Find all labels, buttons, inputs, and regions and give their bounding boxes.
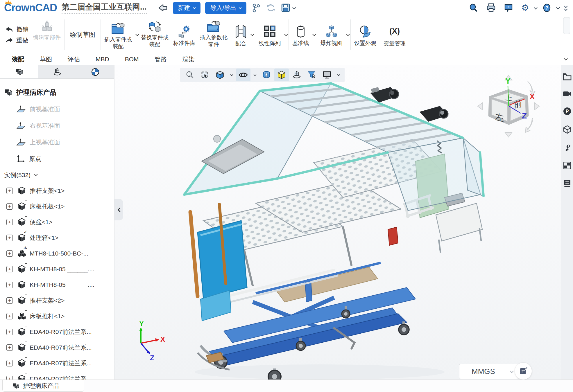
tab-assembly[interactable]: 装配	[4, 53, 32, 65]
mate-button[interactable]: 配合	[232, 23, 249, 47]
expand-icon[interactable]	[6, 329, 13, 335]
gear-icon[interactable]: ⚙	[521, 3, 529, 12]
sidebar-tab-display-states[interactable]	[76, 65, 114, 78]
tab-sketch[interactable]: 草图	[32, 53, 60, 65]
document-title[interactable]: 第二届全国工业互联网...	[62, 2, 147, 14]
appearance-display-tool[interactable]	[274, 69, 289, 81]
tree-item[interactable]: − 推杆支架<1>	[0, 183, 114, 199]
set-appearance-button[interactable]: 设置外观	[352, 18, 379, 52]
3d-viewport[interactable]: 上 左 前 Y X Z Y X Z	[114, 65, 561, 380]
expand-icon[interactable]	[6, 219, 13, 225]
help-chevron-icon[interactable]	[556, 6, 560, 9]
filter-tool[interactable]	[305, 69, 319, 81]
datum-line-chevron-icon[interactable]	[312, 33, 316, 36]
wrench-icon[interactable]	[563, 144, 571, 152]
ribbon-scroll-thumb[interactable]	[563, 17, 570, 34]
tree-item-right-plane[interactable]: 右视基准面	[0, 117, 114, 134]
tree-item[interactable]: ✓ 处理箱<1>	[0, 230, 114, 246]
tree-root[interactable]: 护理病床产品	[0, 84, 114, 101]
datum-line-button[interactable]: 基准线	[290, 23, 311, 47]
visibility-tool[interactable]	[236, 69, 250, 81]
gear-chevron-icon[interactable]	[534, 6, 538, 9]
tree-item[interactable]: − 床板推杆<1>	[0, 308, 114, 324]
expand-icon[interactable]	[6, 188, 13, 194]
mate-chevron-icon[interactable]	[250, 33, 254, 36]
tree-item[interactable]: − EDA40-R07前法兰系	[0, 371, 114, 380]
video-camera-icon[interactable]	[563, 90, 572, 97]
tree-item[interactable]: ⚓ MTH8-L10-500-BC-...	[0, 246, 114, 261]
tree-item[interactable]: − 便盆<1>	[0, 214, 114, 230]
edit-component-button[interactable]: 编辑零部件	[31, 18, 63, 52]
p-badge-icon[interactable]: P	[563, 107, 571, 115]
expand-icon[interactable]	[6, 266, 13, 272]
viewcube-rotate-ccw-arrow[interactable]	[525, 118, 533, 132]
sync-icon[interactable]	[266, 3, 275, 12]
tree-item[interactable]: − KH-MTH8-05 ______....	[0, 261, 114, 277]
note-edit-button[interactable]	[515, 363, 532, 380]
screen-chevron-icon[interactable]	[335, 69, 342, 81]
import-export-button[interactable]: 导入/导出	[205, 2, 247, 14]
expand-icon[interactable]	[6, 282, 13, 288]
view-orientation-tool[interactable]	[213, 69, 227, 81]
search-icon[interactable]	[469, 3, 478, 12]
comment-icon[interactable]	[504, 3, 513, 12]
expand-icon[interactable]	[6, 360, 13, 366]
tree-item-top-plane[interactable]: 上视基准面	[0, 134, 114, 150]
expand-icon[interactable]	[6, 203, 13, 210]
expand-icon[interactable]	[6, 376, 13, 380]
expand-icon[interactable]	[6, 235, 13, 241]
sidebar-tab-tree[interactable]	[0, 65, 38, 78]
exploded-view-chevron-icon[interactable]	[346, 33, 350, 36]
expand-icon[interactable]	[6, 250, 13, 257]
view-cube[interactable]: 上 左 前 Y X Z	[471, 70, 552, 142]
tree-item-origin[interactable]: 原点	[0, 150, 114, 167]
expand-icon[interactable]	[6, 313, 13, 319]
instances-header[interactable]: 实例(532)	[0, 167, 114, 183]
sidebar-collapse-button[interactable]	[114, 199, 123, 220]
collapse-toolbar-icon[interactable]	[565, 5, 567, 11]
draw-sketch-button[interactable]: 绘制草图	[66, 18, 99, 52]
replace-part-button[interactable]: 替换零件或装配	[139, 18, 171, 52]
exploded-view-button[interactable]: 爆炸视图	[318, 23, 345, 47]
tab-bom[interactable]: BOM	[117, 53, 147, 65]
tree-item[interactable]: − 床板托板<1>	[0, 199, 114, 214]
help-icon[interactable]: ?	[542, 3, 551, 12]
tree-item[interactable]: − KH-MTH8-05 ______....	[0, 277, 114, 293]
tab-piping[interactable]: 管路	[147, 53, 175, 65]
print-icon[interactable]	[486, 3, 496, 12]
visibility-chevron-icon[interactable]	[251, 69, 259, 81]
variable-manager-button[interactable]: (X) 变量管理	[381, 18, 408, 52]
insert-parametric-button[interactable]: 插入参数化零件	[198, 18, 230, 52]
linear-pattern-button[interactable]: 线性阵列	[256, 23, 283, 47]
screen-tool[interactable]	[320, 69, 334, 81]
view-orientation-chevron-icon[interactable]	[228, 69, 235, 81]
standard-library-button[interactable]: 标准件库	[171, 18, 198, 52]
undo-button[interactable]: 撤销	[5, 25, 28, 33]
expand-icon[interactable]	[6, 297, 13, 304]
insert-part-button[interactable]: 插入零件或装配	[102, 20, 134, 50]
tree-item[interactable]: − EDA40-R07前法兰系...	[0, 355, 114, 371]
tree-item[interactable]: − 推杆支架<2>	[0, 293, 114, 308]
app-logo[interactable]: CrownCAD	[4, 2, 57, 14]
expand-icon[interactable]	[6, 344, 13, 351]
viewcube-right-arrow[interactable]	[535, 103, 539, 110]
redo-button[interactable]: 重做	[5, 36, 28, 44]
new-button[interactable]: 新建	[173, 2, 200, 14]
back-arrow-icon[interactable]	[158, 3, 168, 12]
open-document-chip[interactable]: 护理病床产品	[2, 380, 84, 392]
notebook-icon[interactable]	[563, 179, 571, 187]
tabrow-chevron-icon[interactable]	[564, 57, 568, 61]
linear-pattern-chevron-icon[interactable]	[284, 33, 288, 36]
folder-icon[interactable]	[563, 73, 572, 80]
tab-evaluate[interactable]: 评估	[60, 53, 88, 65]
tree-item-front-plane[interactable]: 前视基准面	[0, 101, 114, 117]
zoom-tool[interactable]	[182, 69, 197, 81]
material-icon[interactable]	[563, 162, 571, 169]
viewcube-down-arrow[interactable]	[505, 132, 512, 137]
rotate-view-tool[interactable]	[289, 69, 304, 81]
save-icon[interactable]	[281, 3, 290, 12]
sidebar-tab-turntable[interactable]	[38, 65, 76, 78]
tab-render[interactable]: 渲染	[175, 53, 203, 65]
units-selector[interactable]: MMGS	[459, 364, 519, 379]
box-select-tool[interactable]	[198, 69, 212, 81]
